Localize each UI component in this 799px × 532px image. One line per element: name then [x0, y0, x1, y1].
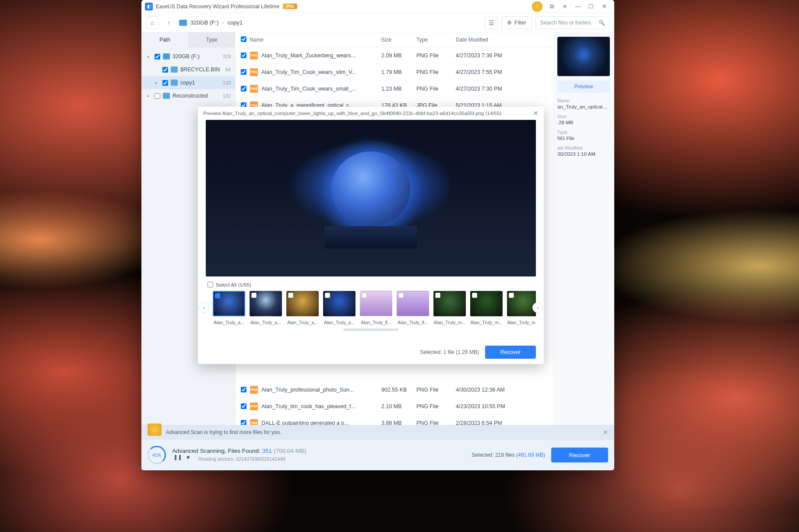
pause-button[interactable]: ❚❚: [173, 454, 182, 463]
tree-item[interactable]: $RECYCLE.BIN 54: [141, 63, 235, 76]
tree-item[interactable]: ▸ 320GB (F:) 219: [141, 50, 235, 63]
select-all-checkbox[interactable]: [241, 36, 246, 42]
tree-checkbox[interactable]: [155, 93, 160, 99]
thumb-image: [360, 291, 392, 316]
file-row[interactable]: PNG Alan_Truly_Tim_Cook_wears_small_... …: [236, 80, 553, 97]
tree-count: 132: [223, 93, 231, 98]
file-size: 2.10 MB: [381, 403, 416, 410]
thumb-label: Alan_Truly_a...: [323, 320, 356, 325]
minimize-button[interactable]: —: [571, 0, 584, 13]
tree-checkbox[interactable]: [162, 67, 168, 73]
app-title: EaseUS Data Recovery Wizard Professional…: [156, 4, 279, 10]
app-icon: ◧: [145, 3, 153, 10]
close-button[interactable]: ✕: [598, 0, 611, 13]
thumb-label: Alan_Truly_m...: [470, 320, 503, 325]
file-type: PNG File: [416, 403, 456, 410]
preview-thumb[interactable]: Alan_Truly_m...: [507, 291, 536, 325]
thumb-checkbox[interactable]: [435, 293, 440, 298]
file-checkbox[interactable]: [241, 387, 246, 392]
preview-recover-button[interactable]: Recover: [485, 346, 536, 359]
caret-icon: ▸: [148, 94, 152, 98]
tree-checkbox[interactable]: [155, 54, 160, 60]
file-checkbox[interactable]: [241, 69, 246, 75]
details-name: an_Truly_an_optical_com...: [557, 104, 610, 109]
thumb-prev-button[interactable]: ‹: [199, 302, 209, 313]
col-type[interactable]: Type: [416, 37, 456, 43]
col-size[interactable]: Size: [381, 37, 416, 43]
disk-icon: [163, 53, 170, 60]
details-size: .28 MB: [557, 120, 610, 125]
preview-thumb[interactable]: Alan_Truly_a...: [250, 291, 282, 325]
preview-button[interactable]: Preview: [557, 80, 610, 93]
folder-icon: [171, 80, 178, 86]
toolbar: ⌂ ↑ 320GB (F:) › copy1 ☰ ⚙ Filter Search…: [141, 13, 614, 32]
preview-thumb[interactable]: Alan_Truly_a...: [213, 291, 245, 325]
file-name: Alan_Truly_Tim_Cook_wears_slim_V...: [261, 69, 381, 75]
breadcrumb-folder[interactable]: copy1: [228, 19, 243, 26]
file-date: 4/27/2023 7:55 PM: [456, 69, 548, 75]
preview-thumb[interactable]: Alan_Truly_m...: [433, 291, 466, 325]
folder-tree: ▸ 320GB (F:) 219 $RECYCLE.BIN 54▸ copy1 …: [141, 47, 235, 105]
tree-label: 320GB (F:): [172, 53, 220, 60]
file-date: 4/27/2023 7:36 PM: [456, 52, 548, 59]
thumb-image: [397, 291, 429, 316]
thumb-checkbox[interactable]: [398, 293, 404, 298]
search-input[interactable]: Search files or folders 🔍: [535, 16, 610, 29]
thumb-checkbox[interactable]: [251, 293, 257, 298]
tree-item[interactable]: ▸ Reconstructed 132: [141, 89, 235, 102]
thumb-checkbox[interactable]: [472, 293, 477, 298]
thumb-checkbox[interactable]: [325, 293, 330, 298]
col-name[interactable]: Name: [250, 37, 264, 43]
file-size: 1.23 MB: [381, 86, 416, 92]
folder-icon: [163, 93, 170, 99]
thumb-label: Alan_Truly_a...: [286, 320, 319, 325]
preview-thumb[interactable]: Alan_Truly_fl...: [397, 291, 429, 325]
preview-thumb[interactable]: Alan_Truly_fl...: [360, 291, 392, 325]
preview-close-button[interactable]: ✕: [533, 109, 539, 117]
tab-type[interactable]: Type: [188, 32, 235, 47]
maximize-button[interactable]: ☐: [584, 0, 598, 13]
breadcrumb[interactable]: 320GB (F:) › copy1: [179, 19, 243, 26]
upgrade-icon[interactable]: [532, 1, 542, 12]
file-checkbox[interactable]: [241, 86, 246, 91]
thumb-next-button[interactable]: ›: [532, 302, 543, 313]
file-name: Alan_Truly_professional_photo_Sun...: [261, 387, 381, 393]
home-button[interactable]: ⌂: [146, 16, 159, 29]
breadcrumb-drive[interactable]: 320GB (F:): [190, 19, 218, 26]
filter-button[interactable]: ⚙ Filter: [501, 16, 532, 29]
file-type-icon: PNG: [250, 402, 258, 410]
thumb-checkbox[interactable]: [215, 293, 220, 298]
tree-checkbox[interactable]: [162, 80, 168, 86]
thumb-checkbox[interactable]: [362, 293, 367, 298]
list-view-button[interactable]: ☰: [485, 16, 498, 29]
preview-thumb[interactable]: Alan_Truly_a...: [323, 291, 356, 325]
select-all-row[interactable]: Select All (1/55): [198, 282, 544, 291]
stop-button[interactable]: ■: [187, 454, 195, 463]
recover-button[interactable]: Recover: [551, 448, 608, 462]
select-all-preview-checkbox[interactable]: [208, 282, 213, 287]
file-row[interactable]: PNG Alan_Truly_Tim_Cook_wears_slim_V... …: [236, 64, 553, 80]
window-layout-icon[interactable]: ⧉: [545, 0, 558, 13]
tree-item[interactable]: ▸ copy1 110: [141, 76, 235, 89]
col-date[interactable]: Date Modified: [456, 37, 548, 43]
up-button[interactable]: ↑: [162, 16, 176, 29]
preview-thumb[interactable]: Alan_Truly_a...: [286, 291, 319, 325]
thumb-checkbox[interactable]: [288, 293, 293, 298]
file-row[interactable]: PNG Alan_Truly_tim_cook_has_pleased_f...…: [236, 398, 553, 415]
file-date: 4/23/2023 10:55 PM: [456, 403, 548, 410]
scan-banner-close[interactable]: ✕: [603, 429, 608, 436]
preview-selected-text: Selected: 1 file (1.28 MB): [420, 349, 479, 355]
tab-path[interactable]: Path: [141, 32, 188, 47]
thumb-label: Alan_Truly_fl...: [360, 320, 392, 325]
file-checkbox[interactable]: [241, 52, 246, 58]
thumb-scrollbar[interactable]: [343, 329, 398, 331]
thumb-checkbox[interactable]: [509, 293, 514, 298]
file-row[interactable]: PNG Alan_Truly_Mark_Zuckerberg_wears... …: [236, 47, 553, 64]
file-row[interactable]: PNG Alan_Truly_professional_photo_Sun...…: [236, 382, 553, 398]
menu-icon[interactable]: ≡: [558, 0, 571, 13]
file-checkbox[interactable]: [241, 403, 246, 409]
scan-banner-icon: [148, 424, 162, 436]
preview-thumb[interactable]: Alan_Truly_m...: [470, 291, 503, 325]
file-size: 1.79 MB: [381, 69, 416, 75]
status-bar: 41% Advanced Scanning, Files Found: 351 …: [141, 440, 614, 470]
